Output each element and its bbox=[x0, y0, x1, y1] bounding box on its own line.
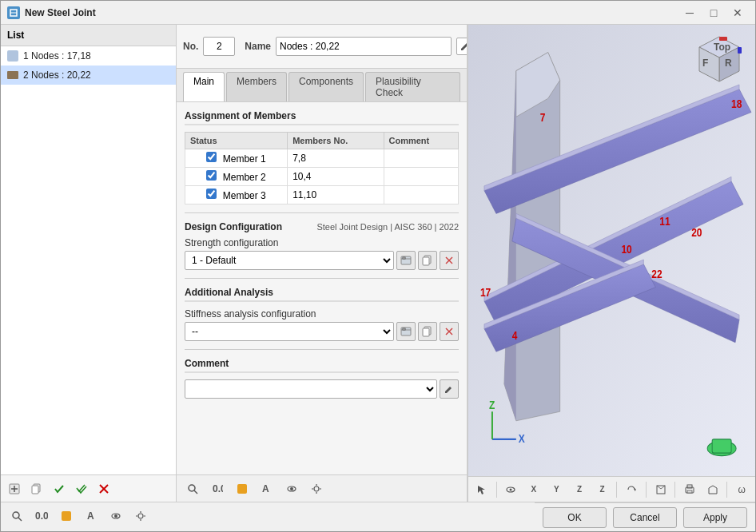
svg-text:4: 4 bbox=[512, 330, 518, 343]
col-status: Status bbox=[185, 133, 288, 149]
row1-status[interactable]: Member 1 bbox=[185, 149, 288, 168]
bottom-color-button[interactable] bbox=[55, 506, 78, 526]
vp-xaxis-button[interactable]: X bbox=[523, 480, 544, 499]
tab-members[interactable]: Members bbox=[226, 72, 287, 101]
vp-print2-button[interactable] bbox=[702, 480, 723, 499]
copy-button[interactable] bbox=[26, 478, 47, 499]
bottom-text-button[interactable]: A bbox=[80, 506, 102, 526]
members-table: Status Members No. Comment Member 1 7,8 bbox=[185, 132, 459, 204]
add-button[interactable] bbox=[4, 478, 25, 499]
bottom-eye-button[interactable] bbox=[105, 506, 127, 526]
tab-main[interactable]: Main bbox=[183, 72, 225, 101]
bottom-bar: 0.00 A bbox=[1, 502, 755, 531]
svg-point-74 bbox=[510, 488, 512, 490]
row2-member-label: Member 2 bbox=[223, 172, 266, 183]
svg-point-32 bbox=[290, 487, 293, 490]
vp-zaxis2-button[interactable]: Z bbox=[592, 480, 613, 499]
divider-3 bbox=[185, 349, 459, 350]
row1-checkbox[interactable] bbox=[206, 152, 217, 162]
vp-wireframe-button[interactable] bbox=[651, 480, 671, 499]
tab-components[interactable]: Components bbox=[288, 72, 364, 101]
color-button[interactable] bbox=[231, 478, 253, 499]
svg-text:7: 7 bbox=[540, 111, 546, 124]
svg-point-82 bbox=[13, 512, 19, 518]
text-button[interactable]: A bbox=[256, 478, 278, 499]
comment-edit-button[interactable] bbox=[440, 379, 459, 399]
bottom-settings-button[interactable] bbox=[129, 506, 152, 526]
list-header: List bbox=[1, 25, 176, 46]
svg-text:A: A bbox=[262, 483, 269, 494]
strength-settings-button[interactable] bbox=[396, 251, 416, 270]
vp-zaxis-button[interactable]: Z bbox=[569, 480, 590, 499]
list-item-2[interactable]: 2 Nodes : 20,22 bbox=[1, 66, 176, 85]
vp-print-button[interactable] bbox=[679, 480, 700, 499]
svg-point-88 bbox=[114, 514, 117, 518]
svg-text:F: F bbox=[702, 58, 708, 69]
left-toolbar bbox=[1, 474, 176, 502]
edit-name-button[interactable] bbox=[456, 38, 468, 55]
no-input[interactable] bbox=[203, 37, 235, 56]
list-item-1[interactable]: 1 Nodes : 17,18 bbox=[1, 46, 176, 66]
bottom-number-button[interactable]: 0.00 bbox=[30, 506, 53, 526]
vp-sep-3 bbox=[646, 482, 647, 498]
vp-sep-5 bbox=[726, 482, 727, 498]
svg-text:11: 11 bbox=[659, 216, 670, 228]
stiffness-settings-button[interactable] bbox=[396, 322, 416, 341]
svg-rect-29 bbox=[237, 484, 247, 494]
stiffness-copy-button[interactable] bbox=[418, 322, 437, 341]
comment-section-title: Comment bbox=[185, 358, 459, 373]
config-bottom-toolbar: 0.0 A bbox=[177, 474, 467, 502]
row3-status[interactable]: Member 3 bbox=[185, 186, 288, 204]
design-config-title: Design Configuration bbox=[185, 221, 282, 232]
row2-checkbox[interactable] bbox=[206, 170, 217, 181]
check-button[interactable] bbox=[49, 478, 70, 499]
tabs: Main Members Components Plausibility Che… bbox=[177, 69, 467, 102]
row1-comment bbox=[384, 149, 458, 168]
cube-navigator[interactable]: Top R F bbox=[691, 33, 747, 89]
vp-yaxis-button[interactable]: Y bbox=[547, 480, 567, 499]
svg-rect-21 bbox=[403, 328, 405, 330]
row3-number: 11,10 bbox=[288, 186, 384, 204]
stiffness-delete-button[interactable] bbox=[440, 322, 459, 341]
eye-button[interactable] bbox=[281, 478, 303, 499]
maximize-button[interactable]: □ bbox=[702, 5, 725, 21]
vp-view-button[interactable] bbox=[501, 480, 522, 499]
cancel-button[interactable]: Cancel bbox=[613, 507, 677, 528]
table-row: Member 3 11,10 bbox=[185, 186, 459, 204]
svg-rect-6 bbox=[32, 486, 38, 494]
name-input[interactable] bbox=[276, 37, 452, 56]
row2-comment bbox=[384, 168, 458, 186]
vp-omega-button[interactable]: ω bbox=[731, 480, 752, 499]
close-button[interactable]: ✕ bbox=[726, 5, 749, 21]
vp-sep-1 bbox=[496, 482, 497, 498]
vp-sep-2 bbox=[616, 482, 617, 498]
vp-rotate-button[interactable] bbox=[621, 480, 642, 499]
settings-button[interactable] bbox=[305, 478, 328, 499]
minimize-button[interactable]: ─ bbox=[678, 5, 701, 21]
svg-rect-85 bbox=[62, 511, 71, 521]
svg-text:Z: Z bbox=[489, 399, 495, 411]
delete-button[interactable] bbox=[94, 478, 114, 499]
stiffness-label: Stiffness analysis configuration bbox=[185, 308, 459, 320]
stiffness-select[interactable]: -- 1 - Default bbox=[185, 322, 394, 341]
bottom-search-button[interactable] bbox=[6, 506, 28, 526]
vp-select-button[interactable] bbox=[472, 480, 492, 499]
check2-button[interactable] bbox=[71, 478, 92, 499]
strength-delete-button[interactable] bbox=[440, 251, 459, 270]
strength-copy-button[interactable] bbox=[418, 251, 437, 270]
svg-text:A: A bbox=[87, 510, 94, 522]
row2-status[interactable]: Member 2 bbox=[185, 168, 288, 186]
tab-plausibility[interactable]: Plausibility Check bbox=[365, 72, 460, 101]
strength-select[interactable]: 1 - Default 2 - Custom bbox=[185, 251, 394, 270]
col-members-no: Members No. bbox=[288, 133, 384, 149]
list-item-1-text: 1 Nodes : 17,18 bbox=[23, 50, 91, 62]
number-display-button[interactable]: 0.0 bbox=[206, 478, 229, 499]
search-button[interactable] bbox=[181, 478, 204, 499]
col-comment: Comment bbox=[384, 133, 458, 149]
config-panel: No. Name To Design bbox=[177, 25, 468, 502]
ok-button[interactable]: OK bbox=[543, 507, 607, 528]
comment-select[interactable] bbox=[185, 379, 437, 399]
apply-button[interactable]: Apply bbox=[683, 507, 747, 528]
row3-checkbox[interactable] bbox=[206, 189, 217, 199]
svg-text:0.00: 0.00 bbox=[35, 510, 48, 522]
